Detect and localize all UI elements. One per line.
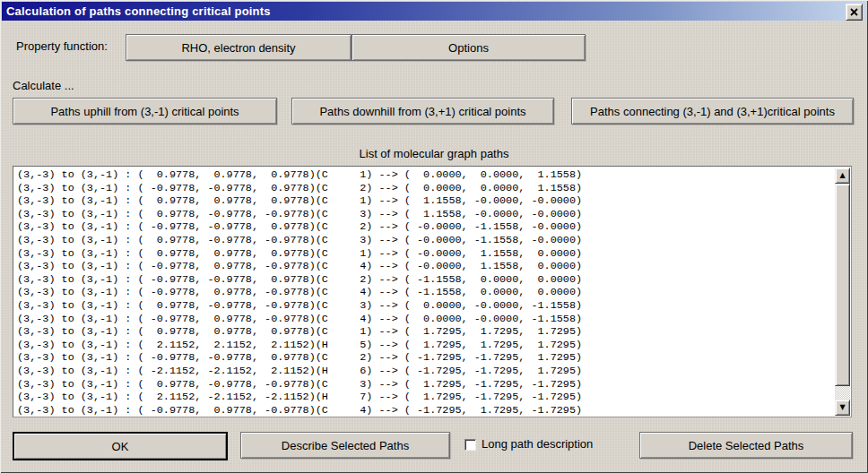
path-line[interactable]: (3,-3) to (3,-1) : ( -0.9778, 0.9778, -0… [17,313,835,326]
window-title: Calculation of paths connecting critical… [2,4,271,18]
path-line[interactable]: (3,-3) to (3,-1) : ( -0.9778, -0.9778, 0… [17,273,835,287]
scroll-up-button[interactable]: ▲ [835,168,850,184]
path-line[interactable]: (3,-3) to (3,-1) : ( -0.9778, -0.9778, 0… [17,351,835,365]
path-line[interactable]: (3,-3) to (3,-1) : ( 0.9778, 0.9778, 0.9… [17,194,835,208]
scroll-down-icon: ▼ [839,404,845,411]
path-line[interactable]: (3,-3) to (3,-1) : ( 0.9778, 0.9778, 0.9… [17,168,835,182]
dialog-window: Calculation of paths connecting critical… [0,0,868,473]
calculate-label: Calculate ... [13,79,74,92]
path-line[interactable]: (3,-3) to (3,-1) : ( 0.9778, -0.9778, -0… [17,378,835,391]
long-path-description-label[interactable]: Long path description [482,432,593,457]
path-line[interactable]: (3,-3) to (3,-1) : ( 0.9778, 0.9778, 0.9… [17,325,835,339]
paths-downhill-button[interactable]: Paths downhill from (3,+1) critical poin… [291,98,554,125]
delete-selected-paths-button[interactable]: Delete Selected Paths [639,432,853,459]
describe-selected-paths-button[interactable]: Describe Selected Paths [240,432,450,459]
close-icon [850,8,858,16]
path-line[interactable]: (3,-3) to (3,-1) : ( 0.9778, -0.9778, -0… [17,299,835,313]
paths-uphill-button[interactable]: Paths uphill from (3,-1) critical points [13,98,277,125]
vertical-scrollbar[interactable]: ▲ ▼ [835,168,850,416]
long-path-description-checkbox[interactable] [464,439,476,451]
close-button[interactable] [846,4,863,21]
ok-button[interactable]: OK [13,432,228,460]
path-line[interactable]: (3,-3) to (3,-1) : ( 0.9778, -0.9778, -0… [17,234,835,247]
path-line[interactable]: (3,-3) to (3,-1) : ( 0.9778, -0.9778, -0… [17,208,835,221]
scroll-up-icon: ▲ [839,172,845,179]
property-function-label: Property function: [16,34,108,59]
path-line[interactable]: (3,-3) to (3,-1) : ( -0.9778, 0.9778, -0… [17,286,835,299]
scrollbar-thumb[interactable] [835,184,850,386]
molecular-graph-paths-list[interactable]: (3,-3) to (3,-1) : ( 0.9778, 0.9778, 0.9… [13,166,852,417]
path-line[interactable]: (3,-3) to (3,-1) : ( -0.9778, -0.9778, 0… [17,182,835,195]
options-button[interactable]: Options [352,34,586,61]
paths-connecting-button[interactable]: Paths connecting (3,-1) and (3,+1)critic… [571,98,854,125]
paths-list-label: List of molecular graph paths [0,147,868,160]
property-function-button[interactable]: RHO, electron density [126,34,352,61]
titlebar[interactable]: Calculation of paths connecting critical… [2,2,866,21]
path-line[interactable]: (3,-3) to (3,-1) : ( -0.9778, 0.9778, -0… [17,404,835,417]
path-line[interactable]: (3,-3) to (3,-1) : ( -2.1152, -2.1152, 2… [17,365,835,378]
path-line[interactable]: (3,-3) to (3,-1) : ( 0.9778, 0.9778, 0.9… [17,247,835,261]
scroll-down-button[interactable]: ▼ [835,400,850,416]
path-list-rows: (3,-3) to (3,-1) : ( 0.9778, 0.9778, 0.9… [13,167,835,417]
path-line[interactable]: (3,-3) to (3,-1) : ( 2.1152, 2.1152, 2.1… [17,339,835,352]
path-line[interactable]: (3,-3) to (3,-1) : ( -0.9778, 0.9778, -0… [17,260,835,273]
path-line[interactable]: (3,-3) to (3,-1) : ( 2.1152, -2.1152, -2… [17,391,835,404]
path-line[interactable]: (3,-3) to (3,-1) : ( -0.9778, -0.9778, 0… [17,220,835,234]
